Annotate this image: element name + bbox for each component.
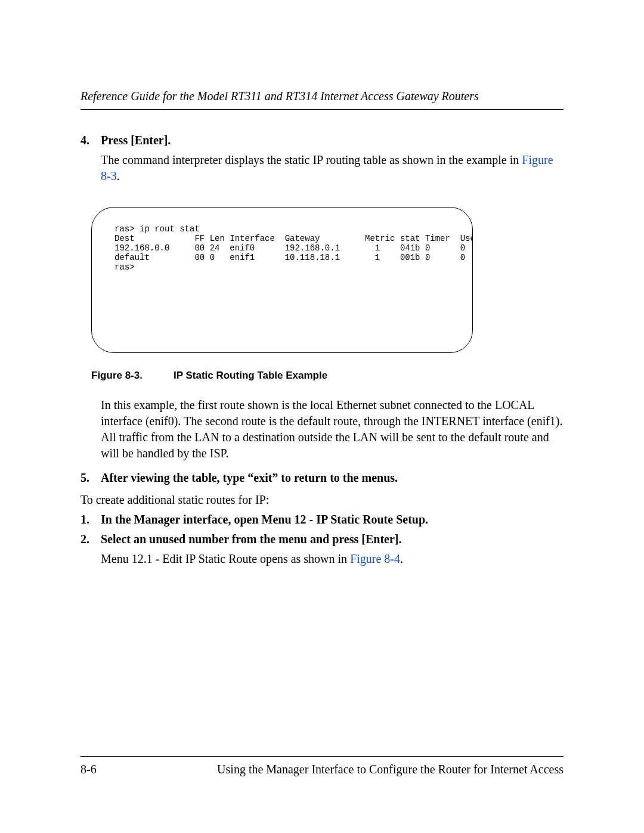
step-b2-body-after: .: [400, 552, 403, 565]
step-b2: 2. Select an unused number from the menu…: [80, 532, 564, 546]
step-b2-number: 2.: [80, 532, 101, 546]
page-footer: 8-6 Using the Manager Interface to Confi…: [80, 756, 564, 776]
page-number: 8-6: [80, 763, 97, 776]
step-4-number: 4.: [80, 134, 101, 147]
intro-static-routes: To create additional static routes for I…: [80, 493, 564, 507]
figure-caption: Figure 8-3.IP Static Routing Table Examp…: [91, 370, 564, 382]
figure-label: Figure 8-3.: [91, 370, 143, 381]
section-title: Using the Manager Interface to Configure…: [217, 763, 564, 776]
explanation-paragraph: In this example, the first route shown i…: [101, 397, 564, 462]
step-5: 5. After viewing the table, type “exit” …: [80, 471, 564, 485]
step-b2-body-text: Menu 12.1 - Edit IP Static Route opens a…: [101, 552, 350, 565]
document-page: Reference Guide for the Model RT311 and …: [0, 0, 644, 833]
step-4-body-after: .: [117, 169, 120, 182]
step-b1-title: In the Manager interface, open Menu 12 -…: [101, 513, 428, 527]
step-4: 4. Press [Enter].: [80, 134, 564, 147]
figure-caption-text: IP Static Routing Table Example: [174, 370, 327, 381]
running-header: Reference Guide for the Model RT311 and …: [80, 89, 564, 110]
step-b1: 1. In the Manager interface, open Menu 1…: [80, 513, 564, 527]
step-5-number: 5.: [80, 471, 101, 485]
step-5-title: After viewing the table, type “exit” to …: [101, 471, 398, 485]
figure-8-4-link[interactable]: Figure 8-4: [350, 552, 400, 565]
step-4-body: The command interpreter displays the sta…: [101, 152, 564, 184]
step-4-body-text: The command interpreter displays the sta…: [101, 153, 522, 166]
terminal-output: ras> ip rout stat Dest FF Len Interface …: [91, 207, 473, 353]
step-b1-number: 1.: [80, 513, 101, 527]
step-b2-body: Menu 12.1 - Edit IP Static Route opens a…: [101, 551, 564, 567]
figure-8-3: ras> ip rout stat Dest FF Len Interface …: [91, 207, 564, 353]
step-b2-title: Select an unused number from the menu an…: [101, 532, 401, 546]
step-4-title: Press [Enter].: [101, 134, 171, 147]
